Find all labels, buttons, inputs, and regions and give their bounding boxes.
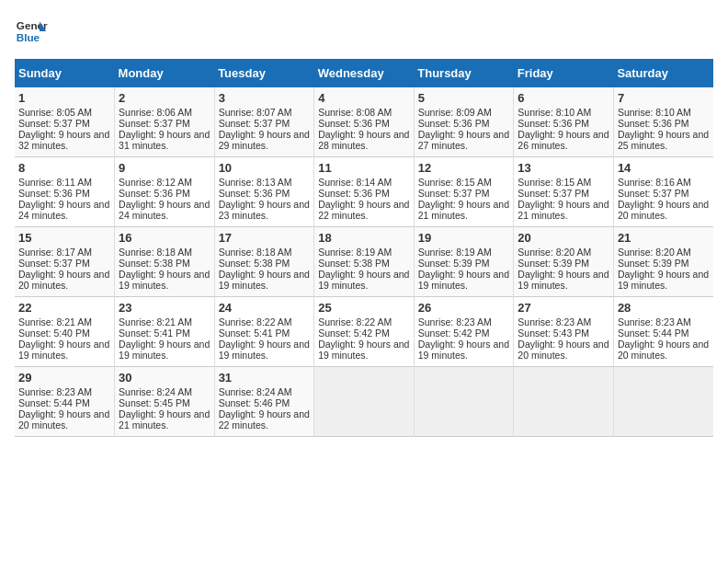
sunset: Sunset: 5:36 PM xyxy=(119,188,190,199)
sunrise: Sunrise: 8:24 AM xyxy=(219,386,292,397)
week-row-1: 1Sunrise: 8:05 AMSunset: 5:37 PMDaylight… xyxy=(15,87,713,157)
header-tuesday: Tuesday xyxy=(214,59,314,87)
sunrise: Sunrise: 8:23 AM xyxy=(618,316,691,327)
sunrise: Sunrise: 8:16 AM xyxy=(618,177,691,188)
calendar-cell: 17Sunrise: 8:18 AMSunset: 5:38 PMDayligh… xyxy=(214,227,314,297)
daylight: Daylight: 9 hours and 26 minutes. xyxy=(518,129,609,151)
sunrise: Sunrise: 8:11 AM xyxy=(18,177,92,188)
daylight: Daylight: 9 hours and 19 minutes. xyxy=(318,339,409,361)
calendar-cell xyxy=(613,367,713,437)
day-number: 8 xyxy=(18,161,110,175)
daylight: Daylight: 9 hours and 19 minutes. xyxy=(18,339,109,361)
day-number: 23 xyxy=(119,301,210,315)
sunrise: Sunrise: 8:21 AM xyxy=(18,316,92,327)
sunrise: Sunrise: 8:23 AM xyxy=(418,316,492,327)
calendar-cell: 21Sunrise: 8:20 AMSunset: 5:39 PMDayligh… xyxy=(613,227,713,297)
sunset: Sunset: 5:42 PM xyxy=(318,327,390,339)
daylight: Daylight: 9 hours and 31 minutes. xyxy=(119,129,210,151)
sunrise: Sunrise: 8:20 AM xyxy=(618,247,691,258)
sunset: Sunset: 5:37 PM xyxy=(518,188,589,199)
sunset: Sunset: 5:38 PM xyxy=(219,258,290,269)
calendar-cell: 4Sunrise: 8:08 AMSunset: 5:36 PMDaylight… xyxy=(314,87,415,157)
sunset: Sunset: 5:36 PM xyxy=(18,188,90,199)
sunrise: Sunrise: 8:20 AM xyxy=(518,247,591,258)
calendar-cell: 31Sunrise: 8:24 AMSunset: 5:46 PMDayligh… xyxy=(214,367,314,437)
sunset: Sunset: 5:37 PM xyxy=(18,258,90,269)
day-number: 14 xyxy=(618,161,710,175)
calendar-cell: 8Sunrise: 8:11 AMSunset: 5:36 PMDaylight… xyxy=(15,157,115,227)
sunrise: Sunrise: 8:10 AM xyxy=(618,107,691,118)
day-number: 3 xyxy=(219,91,311,105)
calendar-cell: 16Sunrise: 8:18 AMSunset: 5:38 PMDayligh… xyxy=(115,227,215,297)
day-number: 24 xyxy=(219,301,311,315)
daylight: Daylight: 9 hours and 20 minutes. xyxy=(518,339,609,361)
daylight: Daylight: 9 hours and 19 minutes. xyxy=(418,339,509,361)
sunrise: Sunrise: 8:15 AM xyxy=(418,177,492,188)
calendar-cell: 20Sunrise: 8:20 AMSunset: 5:39 PMDayligh… xyxy=(514,227,614,297)
day-number: 11 xyxy=(318,161,410,175)
day-number: 6 xyxy=(518,91,609,105)
logo-icon: General Blue xyxy=(15,15,48,48)
sunset: Sunset: 5:44 PM xyxy=(618,327,689,339)
calendar-cell: 28Sunrise: 8:23 AMSunset: 5:44 PMDayligh… xyxy=(613,297,713,367)
calendar-cell: 11Sunrise: 8:14 AMSunset: 5:36 PMDayligh… xyxy=(314,157,415,227)
sunset: Sunset: 5:36 PM xyxy=(418,118,490,129)
sunset: Sunset: 5:41 PM xyxy=(119,327,190,339)
sunrise: Sunrise: 8:22 AM xyxy=(318,316,392,327)
daylight: Daylight: 9 hours and 19 minutes. xyxy=(119,339,210,361)
sunset: Sunset: 5:44 PM xyxy=(18,397,90,408)
calendar-cell: 10Sunrise: 8:13 AMSunset: 5:36 PMDayligh… xyxy=(214,157,314,227)
week-row-2: 8Sunrise: 8:11 AMSunset: 5:36 PMDaylight… xyxy=(15,157,713,227)
calendar-cell xyxy=(314,367,415,437)
calendar-cell: 6Sunrise: 8:10 AMSunset: 5:36 PMDaylight… xyxy=(514,87,614,157)
day-number: 1 xyxy=(18,91,110,105)
sunset: Sunset: 5:40 PM xyxy=(18,327,90,339)
sunrise: Sunrise: 8:23 AM xyxy=(18,386,92,397)
sunset: Sunset: 5:46 PM xyxy=(219,397,290,408)
sunrise: Sunrise: 8:19 AM xyxy=(318,247,392,258)
sunrise: Sunrise: 8:23 AM xyxy=(518,316,591,327)
day-number: 20 xyxy=(518,231,609,245)
day-number: 16 xyxy=(119,231,210,245)
calendar-cell: 2Sunrise: 8:06 AMSunset: 5:37 PMDaylight… xyxy=(115,87,215,157)
day-number: 26 xyxy=(418,301,510,315)
calendar-cell: 30Sunrise: 8:24 AMSunset: 5:45 PMDayligh… xyxy=(115,367,215,437)
daylight: Daylight: 9 hours and 20 minutes. xyxy=(618,199,709,221)
sunrise: Sunrise: 8:12 AM xyxy=(119,177,192,188)
day-number: 17 xyxy=(219,231,311,245)
sunrise: Sunrise: 8:24 AM xyxy=(119,386,192,397)
calendar-cell: 9Sunrise: 8:12 AMSunset: 5:36 PMDaylight… xyxy=(115,157,215,227)
sunrise: Sunrise: 8:06 AM xyxy=(119,107,192,118)
calendar-cell: 27Sunrise: 8:23 AMSunset: 5:43 PMDayligh… xyxy=(514,297,614,367)
day-number: 22 xyxy=(18,301,110,315)
day-number: 29 xyxy=(18,371,110,385)
week-row-4: 22Sunrise: 8:21 AMSunset: 5:40 PMDayligh… xyxy=(15,297,713,367)
sunrise: Sunrise: 8:19 AM xyxy=(418,247,492,258)
daylight: Daylight: 9 hours and 19 minutes. xyxy=(119,269,210,291)
calendar-cell: 7Sunrise: 8:10 AMSunset: 5:36 PMDaylight… xyxy=(613,87,713,157)
week-row-3: 15Sunrise: 8:17 AMSunset: 5:37 PMDayligh… xyxy=(15,227,713,297)
daylight: Daylight: 9 hours and 32 minutes. xyxy=(18,129,109,151)
daylight: Daylight: 9 hours and 19 minutes. xyxy=(219,339,310,361)
sunset: Sunset: 5:43 PM xyxy=(518,327,589,339)
sunrise: Sunrise: 8:17 AM xyxy=(18,247,92,258)
sunset: Sunset: 5:36 PM xyxy=(518,118,589,129)
sunset: Sunset: 5:36 PM xyxy=(219,188,290,199)
sunrise: Sunrise: 8:15 AM xyxy=(518,177,591,188)
day-number: 9 xyxy=(119,161,210,175)
header-friday: Friday xyxy=(514,59,614,87)
day-number: 12 xyxy=(418,161,510,175)
calendar-cell xyxy=(514,367,614,437)
daylight: Daylight: 9 hours and 29 minutes. xyxy=(219,129,310,151)
sunset: Sunset: 5:36 PM xyxy=(618,118,689,129)
sunrise: Sunrise: 8:13 AM xyxy=(219,177,292,188)
header-wednesday: Wednesday xyxy=(314,59,415,87)
logo: General Blue xyxy=(15,15,48,48)
daylight: Daylight: 9 hours and 21 minutes. xyxy=(119,408,210,431)
sunrise: Sunrise: 8:10 AM xyxy=(518,107,591,118)
sunset: Sunset: 5:41 PM xyxy=(219,327,290,339)
sunset: Sunset: 5:37 PM xyxy=(18,118,90,129)
daylight: Daylight: 9 hours and 22 minutes. xyxy=(219,408,310,431)
daylight: Daylight: 9 hours and 20 minutes. xyxy=(18,408,109,431)
sunset: Sunset: 5:39 PM xyxy=(418,258,490,269)
